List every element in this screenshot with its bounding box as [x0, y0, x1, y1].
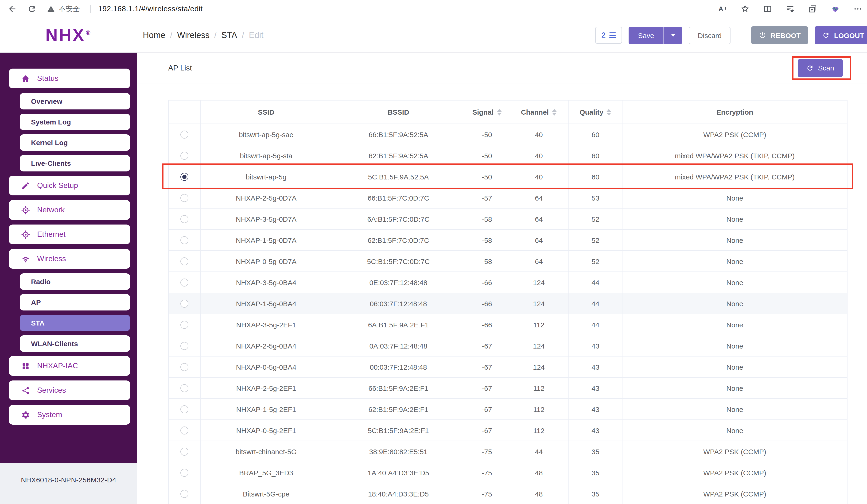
save-label[interactable]: Save: [629, 26, 663, 44]
breadcrumb-item-home[interactable]: Home: [143, 30, 165, 40]
sidebar-item-overview[interactable]: Overview: [20, 93, 130, 109]
cell-select[interactable]: [169, 229, 200, 250]
sidebar-item-ap[interactable]: AP: [20, 294, 130, 310]
table-row[interactable]: NHXAP-0-5g-0D7A5C:B1:5F:7C:0D:7C-586452N…: [169, 250, 847, 272]
table-row[interactable]: NHXAP-0-5g-2EF15C:B1:5F:9A:2E:F1-6711243…: [169, 420, 847, 441]
sort-icon[interactable]: [552, 109, 557, 115]
address-url[interactable]: 192.168.1.1/#/wireless/sta/edit: [98, 5, 203, 13]
table-row[interactable]: bitswrt-ap-5g-sta62:B1:5F:9A:52:5A-50406…: [169, 145, 847, 166]
view-toggle-button[interactable]: 2: [595, 27, 622, 44]
table-row[interactable]: NHXAP-3-5g-2EF16A:B1:5F:9A:2E:F1-6611244…: [169, 314, 847, 335]
row-select-radio[interactable]: [180, 279, 189, 287]
sort-icon[interactable]: [607, 109, 611, 115]
table-row[interactable]: NHXAP-0-5g-0BA400:03:7F:12:48:48-6712443…: [169, 356, 847, 377]
cell-select[interactable]: [169, 420, 200, 441]
save-dropdown-button[interactable]: [664, 26, 682, 44]
sidebar-item-nhxap-iac[interactable]: NHXAP-IAC: [9, 356, 130, 376]
sidebar-item-kernel-log[interactable]: Kernel Log: [20, 134, 130, 151]
cell-select[interactable]: [169, 441, 200, 462]
row-select-radio[interactable]: [180, 385, 189, 393]
sidebar-item-radio[interactable]: Radio: [20, 274, 130, 290]
sidebar-item-wireless[interactable]: Wireless: [9, 249, 130, 269]
sidebar-item-quick-setup[interactable]: Quick Setup: [9, 176, 130, 195]
sidebar-item-wlan-clients[interactable]: WLAN-Clients: [20, 335, 130, 352]
table-row[interactable]: BRAP_5G_3ED31A:40:A4:D3:3E:D5-754835WPA2…: [169, 462, 847, 483]
table-row[interactable]: NHXAP-1-5g-2EF162:B1:5F:9A:2E:F1-6711243…: [169, 398, 847, 420]
breadcrumb-item-sta[interactable]: STA: [221, 30, 237, 40]
collections-icon[interactable]: [808, 4, 817, 14]
sidebar-item-status[interactable]: Status: [9, 68, 130, 88]
table-row[interactable]: NHXAP-2-5g-0D7A66:B1:5F:7C:0D:7C-576453N…: [169, 187, 847, 208]
site-security-button[interactable]: 不安全: [47, 4, 80, 13]
cell-select[interactable]: [169, 145, 200, 166]
row-select-radio[interactable]: [180, 321, 189, 329]
cell-select[interactable]: [169, 335, 200, 356]
reboot-button[interactable]: REBOOT: [751, 26, 808, 44]
more-icon[interactable]: [853, 4, 862, 14]
row-select-radio[interactable]: [180, 448, 189, 456]
table-row[interactable]: NHXAP-1-5g-0D7A62:B1:5F:7C:0D:7C-586452N…: [169, 229, 847, 250]
favorites-icon[interactable]: [785, 4, 795, 14]
row-select-radio[interactable]: [180, 152, 189, 160]
discard-button[interactable]: Discard: [689, 26, 731, 44]
row-select-radio[interactable]: [180, 258, 189, 266]
sort-icon[interactable]: [497, 109, 502, 115]
row-select-radio[interactable]: [180, 131, 189, 139]
row-select-radio[interactable]: [180, 363, 189, 371]
row-select-radio[interactable]: [180, 236, 189, 245]
cell-select[interactable]: [169, 483, 200, 504]
back-icon[interactable]: [8, 4, 17, 14]
browser-essentials-icon[interactable]: [830, 4, 840, 14]
scan-button[interactable]: Scan: [798, 59, 843, 77]
cell-select[interactable]: [169, 124, 200, 145]
sidebar-item-services[interactable]: Services: [9, 380, 130, 400]
row-select-radio[interactable]: [180, 300, 189, 308]
row-select-radio[interactable]: [180, 406, 189, 414]
row-select-radio[interactable]: [180, 427, 189, 435]
column-header-quality[interactable]: Quality: [569, 100, 622, 124]
table-row[interactable]: NHXAP-3-5g-0BA40E:03:7F:12:48:48-6612444…: [169, 272, 847, 293]
refresh-icon[interactable]: [27, 4, 37, 14]
cell-select[interactable]: [169, 187, 200, 208]
breadcrumb-item-wireless[interactable]: Wireless: [177, 30, 210, 40]
cell-select[interactable]: [169, 166, 200, 187]
row-select-radio[interactable]: [180, 194, 189, 202]
column-header-channel[interactable]: Channel: [509, 100, 569, 124]
row-select-radio[interactable]: [180, 469, 189, 477]
cell-select[interactable]: [169, 462, 200, 483]
table-row[interactable]: NHXAP-2-5g-2EF166:B1:5F:9A:2E:F1-6711243…: [169, 377, 847, 398]
sidebar-item-sta[interactable]: STA: [20, 315, 130, 331]
cell-select[interactable]: [169, 377, 200, 398]
sidebar-item-network[interactable]: Network: [9, 200, 130, 220]
read-aloud-icon[interactable]: A: [718, 4, 727, 14]
cell-select[interactable]: [169, 293, 200, 314]
row-select-radio[interactable]: [180, 215, 189, 223]
row-select-radio[interactable]: [180, 342, 189, 350]
sidebar-item-system-log[interactable]: System Log: [20, 114, 130, 130]
cell-select[interactable]: [169, 250, 200, 272]
row-select-radio[interactable]: [180, 490, 189, 498]
row-select-radio[interactable]: [180, 173, 189, 181]
save-button[interactable]: Save: [629, 26, 682, 44]
table-row[interactable]: Bitswrt-5G-cpe18:40:A4:D3:3E:D5-754835WP…: [169, 483, 847, 504]
table-row[interactable]: NHXAP-3-5g-0D7A6A:B1:5F:7C:0D:7C-586452N…: [169, 208, 847, 229]
cell-quality: 35: [569, 441, 622, 462]
sidebar-item-system[interactable]: System: [9, 405, 130, 425]
column-header-signal[interactable]: Signal: [465, 100, 509, 124]
sidebar-item-ethernet[interactable]: Ethernet: [9, 225, 130, 244]
sidebar-item-live-clients[interactable]: Live-Clients: [20, 155, 130, 171]
cell-select[interactable]: [169, 208, 200, 229]
table-row[interactable]: NHXAP-2-5g-0BA40A:03:7F:12:48:48-6712443…: [169, 335, 847, 356]
add-favorite-icon[interactable]: [740, 4, 750, 14]
logout-button[interactable]: LOGOUT: [815, 26, 867, 44]
table-row[interactable]: NHXAP-1-5g-0BA406:03:7F:12:48:48-6612444…: [169, 293, 847, 314]
table-row[interactable]: bitswrt-ap-5g-sae66:B1:5F:9A:52:5A-50406…: [169, 124, 847, 145]
cell-select[interactable]: [169, 398, 200, 420]
table-row[interactable]: bitswrt-chinanet-5G38:9E:80:82:E5:51-754…: [169, 441, 847, 462]
cell-select[interactable]: [169, 272, 200, 293]
split-screen-icon[interactable]: [763, 4, 772, 14]
cell-select[interactable]: [169, 356, 200, 377]
cell-quality: 35: [569, 462, 622, 483]
cell-select[interactable]: [169, 314, 200, 335]
table-row[interactable]: bitswrt-ap-5g5C:B1:5F:9A:52:5A-504060mix…: [169, 166, 847, 187]
